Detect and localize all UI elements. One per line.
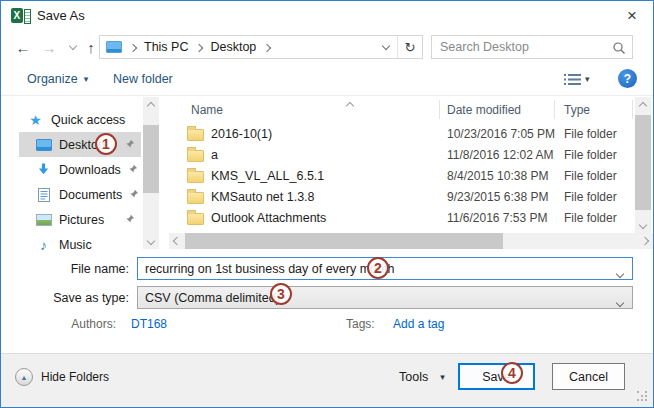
address-bar: ← → ↑ This PC Desktop ↻ Search Desktop <box>1 31 653 63</box>
breadcrumb-this-pc[interactable]: This PC <box>144 40 188 54</box>
chevron-down-icon[interactable] <box>617 295 623 309</box>
view-list-icon[interactable] <box>564 73 581 89</box>
command-bar: Organize ▾ New folder ▾ ? <box>1 63 653 96</box>
column-header-type[interactable]: Type <box>564 103 590 117</box>
excel-icon: X <box>11 8 31 24</box>
list-vertical-scrollbar <box>635 97 651 233</box>
chevron-right-icon[interactable] <box>130 40 136 54</box>
save-form: File name: recurring on 1st business day… <box>1 253 653 353</box>
organize-button[interactable]: Organize ▾ <box>27 63 88 95</box>
tags-label: Tags: <box>346 313 375 335</box>
file-name-label: File name: <box>1 257 129 281</box>
list-header: Name Date modified Type <box>169 96 653 123</box>
sidebar-item-pictures[interactable]: Pictures <box>19 207 141 232</box>
authors-value-link[interactable]: DT168 <box>131 313 167 335</box>
breadcrumb: This PC Desktop ↻ <box>99 35 423 59</box>
main-area: ★ Quick access Desktop Downloads <box>1 96 653 253</box>
window-title: Save As <box>37 1 85 31</box>
pin-icon <box>128 163 138 177</box>
chevron-down-icon[interactable] <box>617 266 623 280</box>
folder-icon <box>187 213 204 225</box>
pin-icon <box>125 138 135 152</box>
tools-button[interactable]: Tools ▾ <box>399 364 445 390</box>
table-row[interactable]: a 11/8/2016 12:02 AM File folder <box>169 144 653 165</box>
sidebar-item-downloads[interactable]: Downloads <box>19 157 141 182</box>
picture-icon <box>35 214 52 226</box>
resize-grip[interactable] <box>637 391 648 402</box>
folder-icon <box>187 150 204 162</box>
help-icon[interactable]: ? <box>618 69 637 88</box>
refresh-icon[interactable]: ↻ <box>398 36 422 58</box>
save-as-dialog: X Save As × ← → ↑ This PC Desktop ↻ Sear… <box>0 0 654 408</box>
list-horizontal-scrollbar <box>169 233 653 249</box>
add-a-tag-link[interactable]: Add a tag <box>393 313 444 335</box>
collapse-up-icon: ▲ <box>15 368 33 386</box>
scrollbar-thumb[interactable] <box>143 125 159 193</box>
table-row[interactable]: 2016-10(1) 10/23/2016 7:05 PM File folde… <box>169 123 653 144</box>
column-header-date-modified[interactable]: Date modified <box>447 103 521 117</box>
save-as-type-select[interactable]: CSV (Comma delimited) <box>137 286 633 309</box>
address-dropdown-icon[interactable] <box>375 36 397 58</box>
scroll-right-icon[interactable] <box>637 233 653 249</box>
save-as-type-label: Save as type: <box>1 286 129 310</box>
sidebar-item-quick-access[interactable]: ★ Quick access <box>19 107 141 132</box>
search-icon[interactable] <box>612 40 626 59</box>
scroll-up-icon[interactable] <box>635 97 651 111</box>
music-icon: ♪ <box>35 238 52 252</box>
folder-icon <box>187 171 204 183</box>
back-icon[interactable]: ← <box>11 35 35 59</box>
pin-icon <box>129 188 139 202</box>
scroll-up-icon[interactable] <box>143 97 159 111</box>
scrollbar-thumb[interactable] <box>185 233 503 249</box>
scroll-down-icon[interactable] <box>143 235 159 249</box>
breadcrumb-desktop[interactable]: Desktop <box>210 40 256 54</box>
sidebar-scrollbar <box>143 97 159 249</box>
authors-label: Authors: <box>1 313 116 335</box>
save-button[interactable]: Save <box>458 363 535 390</box>
title-bar: X Save As × <box>1 1 653 31</box>
annotation-step-3: 3 <box>270 283 292 305</box>
folder-icon <box>187 129 204 141</box>
view-caret-icon[interactable]: ▾ <box>585 69 590 89</box>
close-icon[interactable]: × <box>611 1 653 31</box>
navigation-pane: ★ Quick access Desktop Downloads <box>1 96 169 253</box>
desktop-icon[interactable] <box>106 41 122 53</box>
sidebar-item-desktop[interactable]: Desktop <box>19 132 141 157</box>
annotation-step-2: 2 <box>367 257 389 279</box>
footer-bar: ▲ Hide Folders Tools ▾ Save Cancel <box>1 353 653 407</box>
hide-folders-button[interactable]: ▲ Hide Folders <box>15 364 109 390</box>
chevron-right-icon[interactable] <box>196 40 202 54</box>
sidebar-item-documents[interactable]: Documents <box>19 182 141 207</box>
caret-down-icon: ▾ <box>440 372 445 382</box>
cancel-button[interactable]: Cancel <box>552 363 625 390</box>
annotation-step-4: 4 <box>501 362 523 384</box>
pin-icon <box>125 213 135 227</box>
search-placeholder: Search Desktop <box>440 40 529 54</box>
chevron-right-icon[interactable] <box>264 40 270 54</box>
table-row[interactable]: KMSauto net 1.3.8 9/23/2015 6:38 PM File… <box>169 186 653 207</box>
forward-icon[interactable]: → <box>37 35 61 59</box>
download-icon <box>35 163 52 176</box>
document-icon <box>35 188 52 202</box>
new-folder-button[interactable]: New folder <box>113 63 173 95</box>
folder-icon <box>187 192 204 204</box>
column-header-name[interactable]: Name <box>191 103 223 117</box>
table-row[interactable]: KMS_VL_ALL_6.5.1 8/4/2015 10:38 PM File … <box>169 165 653 186</box>
sort-ascending-icon <box>347 98 353 112</box>
caret-down-icon: ▾ <box>84 74 89 84</box>
scroll-down-icon[interactable] <box>635 219 651 233</box>
file-rows: 2016-10(1) 10/23/2016 7:05 PM File folde… <box>169 123 653 233</box>
table-row[interactable]: Outlook Attachments 11/6/2016 7:53 PM Fi… <box>169 207 653 228</box>
scrollbar-thumb[interactable] <box>635 115 651 210</box>
file-list: Name Date modified Type 2016-10(1) 10/23… <box>169 96 653 253</box>
annotation-step-1: 1 <box>95 133 117 155</box>
desktop-icon <box>35 139 52 151</box>
scroll-left-icon[interactable] <box>169 233 185 249</box>
search-input[interactable]: Search Desktop <box>431 35 633 59</box>
star-icon: ★ <box>27 113 44 127</box>
